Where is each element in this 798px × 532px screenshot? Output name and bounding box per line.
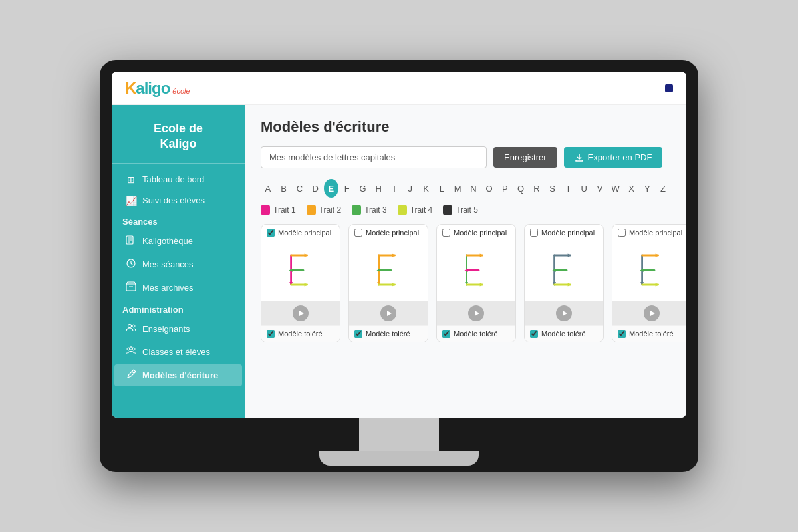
svg-marker-49 xyxy=(656,254,660,257)
alpha-letter-U[interactable]: U xyxy=(577,179,591,198)
alpha-letter-L[interactable]: L xyxy=(434,179,449,198)
sidebar-item-modeles-ecriture[interactable]: Modèles d'écriture xyxy=(114,364,242,386)
alpha-letter-V[interactable]: V xyxy=(593,179,607,198)
modele-principal-label-4: Modèle principal xyxy=(541,229,595,237)
modele-tolere-label-5: Modèle toléré xyxy=(629,330,674,338)
sidebar-school-name: Ecole deKaligo xyxy=(112,105,245,164)
play-icon-2 xyxy=(387,311,392,316)
model-card-4: Modèle principal Modèle toléré xyxy=(524,224,604,342)
modele-tolere-checkbox-5[interactable] xyxy=(618,330,626,338)
logo-ecole: école xyxy=(172,87,190,95)
modele-tolere-checkbox-3[interactable] xyxy=(442,330,450,338)
trait-item-3: Trait 3 xyxy=(352,205,387,215)
exporter-button[interactable]: Exporter en PDF xyxy=(564,147,663,168)
sidebar-item-enseignants[interactable]: Enseignants xyxy=(114,318,242,340)
sidebar-item-mes-archives[interactable]: Mes archives xyxy=(114,277,242,299)
modele-tolere-checkbox-1[interactable] xyxy=(267,330,275,338)
card-play-bar-1 xyxy=(261,301,340,325)
card-footer-5: Modèle toléré xyxy=(612,325,686,342)
alpha-letter-K[interactable]: K xyxy=(419,179,434,198)
trait-item-2: Trait 2 xyxy=(307,205,342,215)
alpha-letter-M[interactable]: M xyxy=(450,179,465,198)
alpha-letter-W[interactable]: W xyxy=(608,179,623,198)
trait-label-1: Trait 1 xyxy=(273,205,296,215)
svg-marker-45 xyxy=(568,283,572,287)
alpha-letter-B[interactable]: B xyxy=(277,179,291,198)
play-button-3[interactable] xyxy=(468,305,484,321)
monitor-shell: Kaligo école Ecole deKaligo ⊞ Tableau de xyxy=(100,60,698,472)
exporter-label: Exporter en PDF xyxy=(588,152,652,162)
alpha-letter-G[interactable]: G xyxy=(356,179,370,198)
alpha-letter-E[interactable]: E xyxy=(324,179,338,198)
alpha-letter-C[interactable]: C xyxy=(293,179,307,198)
alpha-letter-Y[interactable]: Y xyxy=(640,179,654,198)
kaligotheque-icon xyxy=(125,235,137,247)
enseignants-icon xyxy=(125,323,137,335)
alpha-letter-I[interactable]: I xyxy=(387,179,402,198)
alpha-letter-J[interactable]: J xyxy=(403,179,418,198)
model-card-5: Modèle principal Modèle toléré xyxy=(612,224,686,342)
sidebar-item-label: Mes séances xyxy=(142,259,194,269)
svg-marker-17 xyxy=(305,254,309,257)
sidebar-item-suivi-des-eleves[interactable]: 📈 Suivi des élèves xyxy=(114,191,242,211)
svg-marker-37 xyxy=(480,283,484,287)
modele-principal-checkbox-5[interactable] xyxy=(618,229,626,237)
trait-label-5: Trait 5 xyxy=(456,205,478,215)
topbar-flag xyxy=(665,84,673,92)
trait-color-5 xyxy=(443,205,452,215)
alpha-letter-X[interactable]: X xyxy=(624,179,639,198)
alpha-letter-Z[interactable]: Z xyxy=(656,179,670,198)
suivi-icon: 📈 xyxy=(125,196,137,206)
modele-principal-checkbox-4[interactable] xyxy=(530,229,538,237)
sidebar-item-mes-seances[interactable]: Mes séances xyxy=(114,253,242,275)
alpha-letter-S[interactable]: S xyxy=(545,179,560,198)
alpha-letter-N[interactable]: N xyxy=(466,179,481,198)
logo-kaligo: Kaligo xyxy=(125,79,170,98)
play-button-1[interactable] xyxy=(293,305,309,321)
alpha-letter-O[interactable]: O xyxy=(482,179,497,198)
trait-color-4 xyxy=(398,205,407,215)
model-card-3: Modèle principal Modèle toléré xyxy=(436,224,516,342)
trait-label-4: Trait 4 xyxy=(410,205,433,215)
sidebar-item-classes-eleves[interactable]: Classes et élèves xyxy=(114,341,242,363)
trait-item-5: Trait 5 xyxy=(443,205,478,215)
card-play-bar-3 xyxy=(437,301,515,325)
modele-tolere-checkbox-4[interactable] xyxy=(530,330,538,338)
svg-marker-53 xyxy=(656,283,660,287)
play-icon-4 xyxy=(563,311,567,316)
card-header-4: Modèle principal xyxy=(525,225,603,241)
card-header-3: Modèle principal xyxy=(437,225,515,241)
alpha-letter-H[interactable]: H xyxy=(371,179,386,198)
alpha-letter-R[interactable]: R xyxy=(529,179,544,198)
model-dropdown[interactable]: Mes modèles de lettres capitales xyxy=(261,146,487,168)
play-icon-5 xyxy=(650,311,655,316)
play-button-5[interactable] xyxy=(644,305,660,321)
modele-principal-checkbox-3[interactable] xyxy=(442,229,450,237)
modele-principal-checkbox-2[interactable] xyxy=(354,229,362,237)
topbar: Kaligo école xyxy=(112,72,686,105)
alpha-letter-D[interactable]: D xyxy=(308,179,323,198)
play-button-4[interactable] xyxy=(556,305,572,321)
alpha-letter-P[interactable]: P xyxy=(497,179,512,198)
seances-icon xyxy=(125,258,137,271)
trait-color-2 xyxy=(307,205,316,215)
modele-tolere-checkbox-2[interactable] xyxy=(354,330,362,338)
sidebar-item-label: Kaligothèque xyxy=(142,236,193,246)
sidebar-item-label: Tableau de bord xyxy=(142,174,204,184)
svg-point-8 xyxy=(132,325,135,327)
alpha-letter-F[interactable]: F xyxy=(340,179,354,198)
model-card-1: Modèle principal Modèle toléré xyxy=(261,224,340,342)
enregistrer-button[interactable]: Enregistrer xyxy=(493,147,557,168)
sidebar-item-tableau-de-bord[interactable]: ⊞ Tableau de bord xyxy=(114,170,242,190)
card-header-1: Modèle principal xyxy=(261,225,340,241)
card-footer-3: Modèle toléré xyxy=(437,325,515,342)
alpha-letter-Q[interactable]: Q xyxy=(513,179,528,198)
sidebar-item-label: Mes archives xyxy=(142,283,194,293)
sidebar-item-kaligotheque[interactable]: Kaligothèque xyxy=(114,230,242,252)
card-footer-1: Modèle toléré xyxy=(261,325,340,342)
modele-principal-checkbox-1[interactable] xyxy=(267,229,275,237)
alpha-letter-T[interactable]: T xyxy=(561,179,576,198)
alpha-letter-A[interactable]: A xyxy=(261,179,275,198)
tableau-icon: ⊞ xyxy=(125,174,137,185)
play-button-2[interactable] xyxy=(380,305,396,321)
